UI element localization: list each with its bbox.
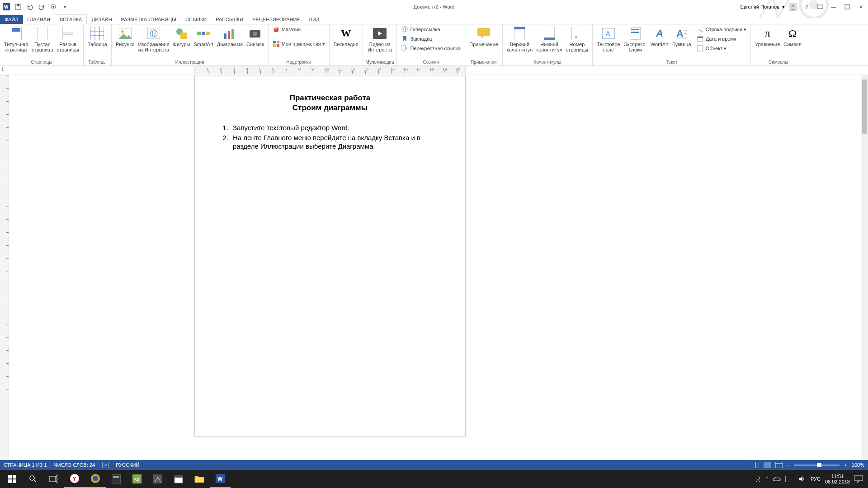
footer-button[interactable]: Нижнийколонтитул — [535, 25, 564, 53]
zoom-out-icon[interactable]: − — [787, 462, 790, 468]
page-break-button[interactable]: Разрывстраницы — [56, 25, 80, 53]
cover-page-button[interactable]: Титульнаястраница — [3, 25, 29, 53]
quick-parts-button[interactable]: Экспресс-блоки — [623, 25, 648, 53]
smartart-button[interactable]: SmartArt — [192, 25, 214, 48]
textbox-button[interactable]: AТекстовоеполе — [595, 25, 622, 53]
bookmark-button[interactable]: Закладка — [400, 35, 462, 43]
taskbar-calendar[interactable] — [168, 470, 189, 488]
pictures-button[interactable]: Рисунки — [114, 25, 136, 48]
svg-rect-70 — [8, 475, 12, 479]
doc-title-2: Строим диаграммы — [217, 103, 443, 113]
status-language[interactable]: РУССКИЙ — [116, 462, 139, 468]
status-proofing-icon[interactable] — [102, 462, 108, 468]
horizontal-ruler[interactable]: 1234567891011121314151617181920 — [194, 66, 466, 74]
tray-people-icon[interactable] — [755, 475, 762, 483]
online-video-button[interactable]: Видео изИнтернета — [366, 25, 393, 53]
redo-icon[interactable] — [37, 2, 46, 11]
comment-button[interactable]: Примечание — [468, 25, 500, 48]
tab-review[interactable]: РЕЦЕНЗИРОВАНИЕ — [248, 15, 305, 24]
tray-notifications-icon[interactable] — [854, 475, 863, 483]
wikipedia-button[interactable]: WВикипедия — [332, 25, 360, 48]
task-view-icon[interactable] — [43, 470, 64, 488]
chart-button[interactable]: Диаграмма — [216, 25, 244, 48]
ribbon-display-icon[interactable] — [815, 2, 826, 11]
tab-home[interactable]: ГЛАВНАЯ — [23, 15, 55, 24]
vertical-ruler[interactable] — [0, 75, 9, 470]
minimize-icon[interactable]: — — [828, 2, 839, 11]
view-web-icon[interactable] — [775, 462, 783, 468]
tray-language[interactable]: РУС — [811, 476, 821, 482]
tab-references[interactable]: ССЫЛКИ — [181, 15, 211, 24]
blank-page-button[interactable]: Пустаястраница — [30, 25, 54, 53]
tab-file[interactable]: ФАЙЛ — [0, 15, 23, 24]
taskbar-app1[interactable]: AB — [127, 470, 147, 488]
my-apps-button[interactable]: Мои приложения ▾ — [271, 40, 326, 48]
svg-rect-32 — [224, 33, 226, 39]
view-read-icon[interactable] — [752, 462, 759, 468]
start-button[interactable] — [2, 470, 23, 488]
svg-point-36 — [253, 32, 257, 36]
shapes-button[interactable]: Фигуры — [172, 25, 192, 48]
header-button[interactable]: Верхнийколонтитул — [505, 25, 534, 53]
taskbar-yandex[interactable]: Y — [64, 470, 85, 488]
tab-insert[interactable]: ВСТАВКА — [55, 14, 87, 24]
tray-volume-icon[interactable] — [799, 476, 806, 482]
view-print-icon[interactable] — [764, 462, 771, 468]
tab-design[interactable]: ДИЗАЙН — [87, 15, 116, 24]
store-button[interactable]: Магазин — [271, 25, 326, 33]
tray-keyboard-icon[interactable] — [785, 476, 794, 482]
scrollbar-thumb[interactable] — [862, 80, 867, 134]
zoom-slider[interactable] — [794, 465, 840, 466]
svg-rect-62 — [698, 37, 703, 38]
tab-layout[interactable]: РАЗМЕТКА СТРАНИЦЫ — [117, 15, 181, 24]
tray-up-icon[interactable]: ˆ — [766, 476, 768, 482]
screenshot-button[interactable]: Снимок — [245, 25, 265, 48]
drop-cap-button[interactable]: AБуквица — [671, 25, 693, 48]
tab-view[interactable]: ВИД — [305, 15, 324, 24]
hyperlink-button[interactable]: Гиперссылка — [400, 25, 462, 33]
touch-mode-icon[interactable] — [49, 2, 58, 11]
close-icon[interactable]: ✕ — [855, 2, 866, 11]
taskbar-word[interactable]: W — [210, 470, 231, 488]
taskbar-explorer[interactable] — [189, 470, 210, 488]
help-icon[interactable]: ? — [801, 2, 812, 11]
date-time-button[interactable]: Дата и время — [695, 35, 748, 43]
table-button[interactable]: Таблица — [86, 25, 108, 48]
cross-reference-button[interactable]: Перекрестная ссылка — [400, 44, 462, 52]
svg-rect-84 — [113, 476, 119, 478]
symbol-button[interactable]: ΩСимвол — [782, 25, 803, 48]
svg-text:Y: Y — [72, 475, 76, 482]
zoom-in-icon[interactable]: + — [844, 462, 847, 468]
taskbar-firefox[interactable] — [85, 470, 106, 488]
user-name[interactable]: Евгений Поганов — [741, 4, 779, 9]
undo-icon[interactable] — [25, 2, 34, 11]
taskbar-calculator[interactable] — [106, 470, 127, 488]
tab-mailings[interactable]: РАССЫЛКИ — [211, 15, 248, 24]
taskbar-app2[interactable] — [147, 470, 168, 488]
tray-clock[interactable]: 11:51 06.02.2018 — [825, 474, 850, 484]
equation-button[interactable]: πУравнение — [754, 25, 781, 48]
online-pictures-button[interactable]: Изображенияиз Интернета — [137, 25, 170, 53]
tray-onedrive-icon[interactable] — [773, 476, 781, 482]
zoom-level[interactable]: 100% — [852, 462, 864, 468]
page-number-button[interactable]: #Номерстраницы — [565, 25, 590, 53]
qat-dropdown-icon[interactable]: ▾ — [61, 2, 70, 11]
status-page[interactable]: СТРАНИЦА 1 ИЗ 1 — [4, 462, 47, 468]
svg-rect-45 — [477, 28, 490, 36]
svg-rect-10 — [817, 5, 823, 9]
signature-line-button[interactable]: Строка подписи ▾ — [695, 25, 748, 33]
status-words[interactable]: ЧИСЛО СЛОВ: 24 — [54, 462, 95, 468]
vertical-scrollbar[interactable] — [861, 75, 868, 470]
svg-rect-30 — [202, 32, 205, 35]
svg-rect-67 — [764, 462, 771, 468]
object-button[interactable]: Объект ▾ — [695, 44, 748, 52]
search-icon[interactable] — [23, 470, 43, 488]
wordart-button[interactable]: AWordArt — [649, 25, 670, 48]
maximize-icon[interactable] — [842, 2, 853, 11]
save-icon[interactable] — [14, 2, 23, 11]
page[interactable]: Практическая работа Строим диаграммы Зап… — [194, 75, 466, 436]
word-icon[interactable]: W — [2, 2, 11, 11]
user-dropdown-icon[interactable]: ▾ — [782, 4, 785, 10]
group-label-media: Мультимедиа — [366, 59, 394, 66]
user-avatar-icon[interactable] — [788, 2, 798, 11]
